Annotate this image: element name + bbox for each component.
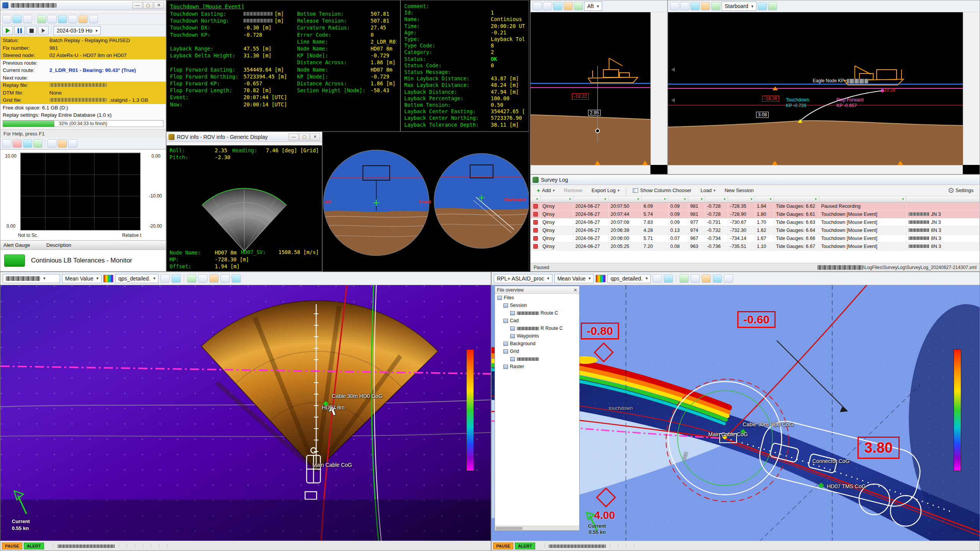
new-session-button[interactable]: New Session — [721, 186, 758, 194]
menu-item[interactable] — [40, 11, 47, 13]
column-header[interactable] — [531, 196, 541, 202]
tension-graph-panel[interactable]: 10.00 0.00 0.00 -10.00 -20.00 Not to Sc.… — [0, 149, 166, 241]
layer-stat-select[interactable]: Mean Value — [554, 274, 594, 283]
menu-item[interactable] — [168, 143, 175, 144]
marker-icon[interactable] — [564, 2, 573, 10]
menu-item[interactable] — [48, 11, 55, 13]
column-header[interactable] — [774, 196, 819, 202]
anchor-icon[interactable] — [187, 274, 196, 283]
colormap-select[interactable]: qps_detailed. — [608, 274, 651, 283]
replay-progress-bar[interactable]: 32% (00:34:33 to finish) — [3, 120, 163, 127]
tree-item[interactable] — [495, 355, 579, 363]
mapR-canvas[interactable]: -0.80 -0.60 3.80 4.00 touchdown Cable 30… — [492, 285, 980, 541]
colormap-icon[interactable] — [103, 275, 113, 282]
nodes-icon[interactable] — [47, 15, 57, 23]
colormap-select[interactable]: qps_detailed. — [115, 274, 158, 283]
tree-item[interactable]: Cad — [495, 317, 579, 324]
tree-item[interactable]: Files — [495, 294, 579, 302]
layers-icon[interactable] — [574, 2, 583, 10]
pan-icon[interactable] — [691, 2, 700, 10]
pause-button[interactable] — [14, 26, 25, 35]
crosshair-icon[interactable] — [691, 274, 700, 283]
column-header[interactable] — [541, 196, 573, 202]
new-icon[interactable] — [2, 15, 11, 23]
flag-icon[interactable] — [209, 274, 219, 283]
file-overview-titlebar[interactable]: File overview ✕ — [495, 286, 579, 294]
survey-log-row[interactable]: Qinsy 2024-06-27 20:07:50 6.09 0.09 981 … — [531, 202, 980, 210]
graph-plot-area[interactable] — [20, 153, 140, 231]
horizontal-scrollbar[interactable] — [495, 526, 579, 530]
menu-item[interactable] — [56, 11, 62, 13]
menu-item[interactable] — [33, 11, 39, 13]
pan-icon[interactable] — [47, 139, 57, 148]
menu-item[interactable] — [176, 143, 183, 144]
ruler-icon[interactable] — [724, 274, 733, 283]
survey-titlebar[interactable]: Survey Log — [531, 175, 980, 185]
column-header[interactable] — [705, 196, 728, 202]
globe-icon[interactable] — [232, 274, 241, 283]
view-preset-select[interactable]: RPL+ ASLAID_proc — [494, 274, 552, 283]
column-header[interactable] — [728, 196, 755, 202]
tools-icon[interactable] — [89, 15, 98, 23]
flag-icon[interactable] — [702, 274, 711, 283]
marker-icon[interactable] — [58, 139, 67, 148]
layers-icon[interactable] — [33, 139, 42, 148]
replay-date-selector[interactable]: 2024-03-19 Ho — [54, 26, 101, 35]
profileB-canvas[interactable]: Eagle Node KP: -18.26 3.08 Touchdown KP … — [668, 12, 980, 174]
tree-item[interactable]: Grid — [495, 347, 579, 355]
anchor-icon[interactable] — [679, 274, 689, 283]
stop-button[interactable] — [26, 26, 37, 35]
print-icon[interactable] — [2, 139, 11, 148]
export-log-button[interactable]: Export Log — [588, 186, 623, 194]
survey-log-row[interactable]: Qinsy 2024-06-27 20:05:25 7.20 0.08 963 … — [531, 243, 980, 251]
column-header[interactable] — [573, 196, 609, 202]
menu-item[interactable] — [2, 11, 9, 13]
layer-stat-select[interactable]: Mean Value — [62, 274, 101, 283]
tree-item[interactable]: Route C — [495, 309, 579, 317]
menu-item[interactable] — [25, 11, 32, 13]
crosshair-icon[interactable] — [198, 274, 207, 283]
profileA-canvas[interactable]: -18.22 2.95 — [531, 12, 667, 174]
load-button[interactable]: Load — [697, 186, 719, 194]
grid-icon[interactable] — [68, 15, 77, 23]
zoom-in-icon[interactable] — [670, 2, 679, 10]
column-header[interactable] — [609, 196, 642, 202]
save-icon[interactable] — [23, 15, 32, 23]
grid-icon[interactable] — [664, 274, 673, 283]
column-header[interactable] — [642, 196, 668, 202]
colormap-icon[interactable] — [596, 275, 606, 282]
pan-icon[interactable] — [553, 2, 562, 10]
tree-item[interactable]: Session — [495, 302, 579, 309]
alert-row[interactable]: Continious LB Tolerances - Monitor — [0, 250, 166, 271]
maximize-button[interactable]: ▢ — [143, 2, 153, 9]
chart-icon[interactable] — [58, 15, 67, 23]
settings-button[interactable]: Settings — [945, 186, 977, 194]
view-direction-select[interactable]: Aft — [584, 2, 602, 11]
column-header[interactable] — [755, 196, 774, 202]
column-header[interactable] — [819, 196, 906, 202]
survey-log-row[interactable]: Qinsy 2024-06-27 20:07:44 5.74 0.09 981 … — [531, 210, 980, 218]
open-icon[interactable] — [13, 15, 22, 23]
globe-icon[interactable] — [713, 274, 722, 283]
tree-item[interactable]: Raster — [495, 363, 579, 370]
close-button[interactable]: ✕ — [310, 134, 320, 140]
ruler-icon[interactable] — [220, 274, 230, 283]
remove-button[interactable]: Remove — [560, 186, 586, 194]
rov-titlebar[interactable]: ROV info - ROV info - Generic Display — … — [167, 132, 322, 142]
survey-log-row[interactable]: Qinsy 2024-06-27 20:06:00 5.71 0.07 967 … — [531, 235, 980, 243]
column-header[interactable] — [688, 196, 705, 202]
menu-item[interactable] — [191, 143, 198, 144]
minimize-button[interactable]: — — [289, 134, 299, 140]
minimize-button[interactable]: — — [132, 2, 142, 9]
settings-icon[interactable] — [37, 15, 46, 23]
grid-icon[interactable] — [172, 274, 181, 283]
target-icon[interactable] — [768, 2, 777, 10]
mapL-canvas[interactable]: Cable 30m HD0 CoG HD07 8m Main Cable CoG… — [0, 285, 491, 541]
marker-icon[interactable] — [701, 2, 710, 10]
menu-item[interactable] — [183, 143, 190, 144]
palette-icon[interactable] — [758, 2, 767, 10]
show-column-chooser-button[interactable]: Show Column Chooser — [629, 186, 695, 194]
close-icon[interactable]: ✕ — [573, 287, 577, 293]
tree-item[interactable]: R Route C — [495, 324, 579, 332]
layers-icon[interactable] — [711, 2, 720, 10]
